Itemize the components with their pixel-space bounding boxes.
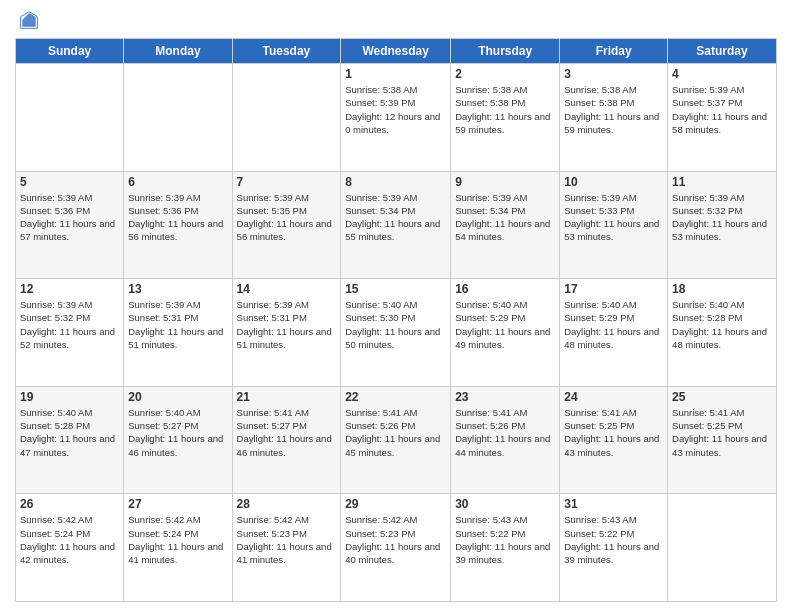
day-number: 28: [237, 497, 337, 511]
weekday-header-row: SundayMondayTuesdayWednesdayThursdayFrid…: [16, 39, 777, 64]
day-info: Sunrise: 5:43 AMSunset: 5:22 PMDaylight:…: [564, 513, 663, 566]
calendar-cell: 27Sunrise: 5:42 AMSunset: 5:24 PMDayligh…: [124, 494, 232, 602]
calendar-cell: 26Sunrise: 5:42 AMSunset: 5:24 PMDayligh…: [16, 494, 124, 602]
day-number: 20: [128, 390, 227, 404]
weekday-header: Friday: [560, 39, 668, 64]
logo: [15, 10, 39, 30]
day-info: Sunrise: 5:39 AMSunset: 5:31 PMDaylight:…: [237, 298, 337, 351]
logo-icon: [19, 10, 39, 30]
day-number: 17: [564, 282, 663, 296]
calendar-cell: 31Sunrise: 5:43 AMSunset: 5:22 PMDayligh…: [560, 494, 668, 602]
calendar-cell: 17Sunrise: 5:40 AMSunset: 5:29 PMDayligh…: [560, 279, 668, 387]
calendar-cell: 3Sunrise: 5:38 AMSunset: 5:38 PMDaylight…: [560, 64, 668, 172]
weekday-header: Saturday: [668, 39, 777, 64]
day-number: 22: [345, 390, 446, 404]
day-info: Sunrise: 5:41 AMSunset: 5:27 PMDaylight:…: [237, 406, 337, 459]
day-number: 10: [564, 175, 663, 189]
day-number: 6: [128, 175, 227, 189]
calendar-cell: 14Sunrise: 5:39 AMSunset: 5:31 PMDayligh…: [232, 279, 341, 387]
day-number: 25: [672, 390, 772, 404]
calendar-cell: 18Sunrise: 5:40 AMSunset: 5:28 PMDayligh…: [668, 279, 777, 387]
calendar-cell: 24Sunrise: 5:41 AMSunset: 5:25 PMDayligh…: [560, 386, 668, 494]
day-number: 21: [237, 390, 337, 404]
day-number: 13: [128, 282, 227, 296]
calendar-cell: 30Sunrise: 5:43 AMSunset: 5:22 PMDayligh…: [451, 494, 560, 602]
day-number: 4: [672, 67, 772, 81]
weekday-header: Thursday: [451, 39, 560, 64]
day-number: 7: [237, 175, 337, 189]
day-number: 23: [455, 390, 555, 404]
calendar-cell: 12Sunrise: 5:39 AMSunset: 5:32 PMDayligh…: [16, 279, 124, 387]
day-info: Sunrise: 5:39 AMSunset: 5:32 PMDaylight:…: [672, 191, 772, 244]
day-number: 29: [345, 497, 446, 511]
day-number: 15: [345, 282, 446, 296]
calendar-week-row: 5Sunrise: 5:39 AMSunset: 5:36 PMDaylight…: [16, 171, 777, 279]
calendar-cell: 1Sunrise: 5:38 AMSunset: 5:39 PMDaylight…: [341, 64, 451, 172]
day-info: Sunrise: 5:41 AMSunset: 5:26 PMDaylight:…: [345, 406, 446, 459]
calendar-cell: [124, 64, 232, 172]
page: SundayMondayTuesdayWednesdayThursdayFrid…: [0, 0, 792, 612]
day-info: Sunrise: 5:42 AMSunset: 5:24 PMDaylight:…: [20, 513, 119, 566]
day-info: Sunrise: 5:38 AMSunset: 5:38 PMDaylight:…: [455, 83, 555, 136]
day-number: 11: [672, 175, 772, 189]
day-info: Sunrise: 5:40 AMSunset: 5:29 PMDaylight:…: [564, 298, 663, 351]
day-number: 24: [564, 390, 663, 404]
calendar-cell: 16Sunrise: 5:40 AMSunset: 5:29 PMDayligh…: [451, 279, 560, 387]
day-info: Sunrise: 5:42 AMSunset: 5:23 PMDaylight:…: [237, 513, 337, 566]
day-number: 31: [564, 497, 663, 511]
calendar-cell: 7Sunrise: 5:39 AMSunset: 5:35 PMDaylight…: [232, 171, 341, 279]
day-info: Sunrise: 5:39 AMSunset: 5:37 PMDaylight:…: [672, 83, 772, 136]
calendar-week-row: 12Sunrise: 5:39 AMSunset: 5:32 PMDayligh…: [16, 279, 777, 387]
calendar-cell: 8Sunrise: 5:39 AMSunset: 5:34 PMDaylight…: [341, 171, 451, 279]
day-number: 14: [237, 282, 337, 296]
calendar-cell: 20Sunrise: 5:40 AMSunset: 5:27 PMDayligh…: [124, 386, 232, 494]
day-number: 9: [455, 175, 555, 189]
day-info: Sunrise: 5:40 AMSunset: 5:30 PMDaylight:…: [345, 298, 446, 351]
calendar-cell: 25Sunrise: 5:41 AMSunset: 5:25 PMDayligh…: [668, 386, 777, 494]
day-info: Sunrise: 5:40 AMSunset: 5:28 PMDaylight:…: [672, 298, 772, 351]
day-info: Sunrise: 5:39 AMSunset: 5:33 PMDaylight:…: [564, 191, 663, 244]
calendar-cell: [16, 64, 124, 172]
day-number: 18: [672, 282, 772, 296]
day-number: 2: [455, 67, 555, 81]
calendar-cell: 9Sunrise: 5:39 AMSunset: 5:34 PMDaylight…: [451, 171, 560, 279]
day-number: 19: [20, 390, 119, 404]
day-info: Sunrise: 5:41 AMSunset: 5:25 PMDaylight:…: [564, 406, 663, 459]
calendar-week-row: 1Sunrise: 5:38 AMSunset: 5:39 PMDaylight…: [16, 64, 777, 172]
day-info: Sunrise: 5:40 AMSunset: 5:29 PMDaylight:…: [455, 298, 555, 351]
calendar-cell: 6Sunrise: 5:39 AMSunset: 5:36 PMDaylight…: [124, 171, 232, 279]
day-info: Sunrise: 5:42 AMSunset: 5:24 PMDaylight:…: [128, 513, 227, 566]
calendar: SundayMondayTuesdayWednesdayThursdayFrid…: [15, 38, 777, 602]
day-info: Sunrise: 5:39 AMSunset: 5:32 PMDaylight:…: [20, 298, 119, 351]
day-number: 30: [455, 497, 555, 511]
weekday-header: Tuesday: [232, 39, 341, 64]
calendar-cell: 13Sunrise: 5:39 AMSunset: 5:31 PMDayligh…: [124, 279, 232, 387]
day-info: Sunrise: 5:39 AMSunset: 5:36 PMDaylight:…: [128, 191, 227, 244]
calendar-cell: 19Sunrise: 5:40 AMSunset: 5:28 PMDayligh…: [16, 386, 124, 494]
calendar-cell: 4Sunrise: 5:39 AMSunset: 5:37 PMDaylight…: [668, 64, 777, 172]
day-number: 27: [128, 497, 227, 511]
day-info: Sunrise: 5:39 AMSunset: 5:34 PMDaylight:…: [345, 191, 446, 244]
day-info: Sunrise: 5:38 AMSunset: 5:38 PMDaylight:…: [564, 83, 663, 136]
day-info: Sunrise: 5:39 AMSunset: 5:35 PMDaylight:…: [237, 191, 337, 244]
day-info: Sunrise: 5:43 AMSunset: 5:22 PMDaylight:…: [455, 513, 555, 566]
day-info: Sunrise: 5:39 AMSunset: 5:36 PMDaylight:…: [20, 191, 119, 244]
calendar-cell: [668, 494, 777, 602]
day-info: Sunrise: 5:40 AMSunset: 5:27 PMDaylight:…: [128, 406, 227, 459]
calendar-cell: 22Sunrise: 5:41 AMSunset: 5:26 PMDayligh…: [341, 386, 451, 494]
day-info: Sunrise: 5:41 AMSunset: 5:26 PMDaylight:…: [455, 406, 555, 459]
day-number: 3: [564, 67, 663, 81]
day-info: Sunrise: 5:40 AMSunset: 5:28 PMDaylight:…: [20, 406, 119, 459]
day-info: Sunrise: 5:42 AMSunset: 5:23 PMDaylight:…: [345, 513, 446, 566]
calendar-cell: 2Sunrise: 5:38 AMSunset: 5:38 PMDaylight…: [451, 64, 560, 172]
weekday-header: Sunday: [16, 39, 124, 64]
day-info: Sunrise: 5:41 AMSunset: 5:25 PMDaylight:…: [672, 406, 772, 459]
calendar-cell: 15Sunrise: 5:40 AMSunset: 5:30 PMDayligh…: [341, 279, 451, 387]
day-info: Sunrise: 5:39 AMSunset: 5:34 PMDaylight:…: [455, 191, 555, 244]
calendar-cell: 21Sunrise: 5:41 AMSunset: 5:27 PMDayligh…: [232, 386, 341, 494]
calendar-cell: 5Sunrise: 5:39 AMSunset: 5:36 PMDaylight…: [16, 171, 124, 279]
weekday-header: Monday: [124, 39, 232, 64]
calendar-week-row: 26Sunrise: 5:42 AMSunset: 5:24 PMDayligh…: [16, 494, 777, 602]
day-info: Sunrise: 5:39 AMSunset: 5:31 PMDaylight:…: [128, 298, 227, 351]
weekday-header: Wednesday: [341, 39, 451, 64]
